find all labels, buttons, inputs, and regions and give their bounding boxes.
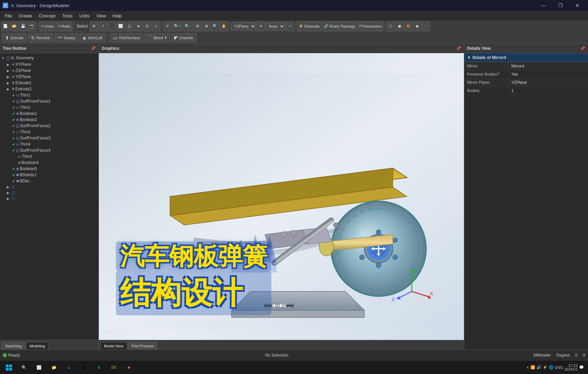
view-options[interactable]: ▣: [395, 21, 404, 31]
minimize-button[interactable]: —: [536, 0, 551, 11]
open-button[interactable]: 📂: [10, 21, 18, 31]
zoom-in-button[interactable]: 🔍+: [172, 21, 182, 31]
details-section-title: Details of Mirror4: [472, 55, 506, 60]
view3d-1[interactable]: ⬛: [108, 21, 116, 31]
tree-item-zxplane[interactable]: ▶ ✛ ZXPlane: [0, 68, 99, 74]
start-button[interactable]: [1, 362, 16, 373]
sff2-icon: ◱: [16, 124, 19, 128]
select-arrow-button[interactable]: ↗: [99, 21, 107, 31]
3d-model-view: Y Z X 100.00 (mm): [99, 53, 464, 349]
tree-item-surffromfaces4[interactable]: ✔ ◱ SurfFromFaces4: [0, 147, 99, 153]
sweep-button[interactable]: 〜 Sweep: [55, 33, 78, 42]
rotate-button[interactable]: ↺: [163, 21, 171, 31]
systray-chevron[interactable]: ∧: [526, 365, 529, 370]
new-button[interactable]: 📄: [1, 21, 10, 31]
details-pin-icon[interactable]: 📌: [580, 46, 585, 51]
check-icon-thin1: ✔: [12, 93, 15, 97]
parameters-button[interactable]: P Parameters: [358, 21, 383, 31]
menu-view[interactable]: View: [93, 12, 109, 20]
view3d-4[interactable]: ◈: [134, 21, 142, 31]
menu-file[interactable]: File: [1, 12, 15, 20]
view-ext[interactable]: ▷: [152, 21, 160, 31]
tree-item-boolean2[interactable]: ✔ ⊕ Boolean2: [0, 117, 99, 123]
redo-button[interactable]: ↪ Redo: [56, 21, 72, 31]
menu-help[interactable]: Help: [109, 12, 125, 20]
search-button[interactable]: 🔍: [16, 362, 31, 373]
select-mode-button[interactable]: ⊕: [90, 21, 98, 31]
tree-item-boolean1[interactable]: ✔ ⊕ Boolean1: [0, 110, 99, 117]
tree-item-bdelete1[interactable]: ✔ ✖ BDelete1: [0, 172, 99, 178]
tree-item-group2[interactable]: ▶ ⬡: [0, 190, 99, 196]
extrude-button[interactable]: ⬆ Extrude: [2, 33, 27, 42]
tree-item-geometry[interactable]: ▼ ⬡ A: Geometry: [0, 55, 99, 61]
tree-item-bdel[interactable]: ✔ ✖ BDel...: [0, 178, 99, 184]
extra-button[interactable]: ★: [121, 362, 136, 373]
tree-item-group1[interactable]: ▶ ⬡: [0, 184, 99, 190]
zoom-cursor-button[interactable]: 🔍: [211, 21, 219, 31]
tree-item-extrude1[interactable]: ▶ ⬆ Extrude1: [0, 80, 99, 86]
tree-item-thin3b[interactable]: ▭ Thin3: [0, 153, 99, 160]
tree-item-surffromfaces2[interactable]: ✔ ◱ SurfFromFaces2: [0, 123, 99, 129]
menu-tools[interactable]: Tools: [59, 12, 76, 20]
store-button[interactable]: 🛍: [76, 362, 91, 373]
new-sketch-button[interactable]: ✛: [257, 21, 265, 31]
screenshot-button[interactable]: 📷: [28, 21, 36, 31]
tree-item-boolean5[interactable]: ✔ ⊕ Boolean5: [0, 166, 99, 172]
sff3-label: SurfFromFaces3: [20, 136, 50, 140]
display-button[interactable]: ◉: [413, 21, 421, 31]
tab-model-view[interactable]: Model View: [100, 342, 127, 349]
save-button[interactable]: 💾: [19, 21, 27, 31]
ds-button[interactable]: DS: [106, 362, 121, 373]
tree-item-group3[interactable]: ▶ ⬡: [0, 196, 99, 201]
undo-button[interactable]: ↩ Undo: [39, 21, 55, 31]
tree-item-thin4[interactable]: ✔ ▭ Thin4: [0, 141, 99, 147]
more-button[interactable]: ⋯: [422, 21, 430, 31]
view3d-2[interactable]: ⬜: [117, 21, 125, 31]
pan-button[interactable]: ✋: [220, 21, 228, 31]
tree-item-thin1[interactable]: ✔ ▭ Thin1: [0, 92, 99, 98]
graphics-content[interactable]: Y Z X 100.00 (mm): [99, 53, 464, 349]
view-cube-button[interactable]: ⬡: [387, 21, 395, 31]
thin-surface-button[interactable]: ▭ Thin/Surface: [110, 33, 143, 42]
generate-button[interactable]: ⚡ Generate: [297, 21, 321, 31]
excel-button[interactable]: A: [91, 362, 106, 373]
task-view-button[interactable]: ⬜: [31, 362, 46, 373]
notification-icon[interactable]: 💬: [579, 365, 584, 370]
menu-concept[interactable]: Concept: [35, 12, 59, 20]
chamfer-button[interactable]: ◤ Chamfer: [171, 33, 197, 42]
tree-item-boolean4[interactable]: ⊕ Boolean4: [0, 160, 99, 166]
tree-item-extrude2[interactable]: ▶ ⬆ Extrude2: [0, 86, 99, 92]
graphics-pin-icon[interactable]: 📌: [456, 46, 461, 51]
skinloft-button[interactable]: ◈ Skin/Loft: [79, 33, 105, 42]
zoom-out-button[interactable]: 🔍-: [183, 21, 193, 31]
zoom-box-button[interactable]: ⊠: [202, 21, 210, 31]
revolve-button[interactable]: ↻ Revolve: [28, 33, 53, 42]
view3d-3[interactable]: ◱: [125, 21, 134, 31]
tab-print-preview[interactable]: Print Preview: [128, 342, 157, 349]
tree-item-yzplane[interactable]: ▶ ✛ YZPlane: [0, 74, 99, 80]
menu-create[interactable]: Create: [15, 12, 35, 20]
tab-sketching[interactable]: Sketching: [1, 342, 25, 349]
systray: ∧ 📶 🔊 ⚡ 🌐 ENG 17:22 2024/1/1 💬: [524, 363, 587, 371]
tree-item-xyplane[interactable]: ▶ ✛ XYPlane: [0, 61, 99, 68]
zoom-fit-button[interactable]: ⊞: [193, 21, 201, 31]
apply-button[interactable]: ✓: [286, 21, 294, 31]
menu-units[interactable]: Units: [76, 12, 93, 20]
light-button[interactable]: 🔆: [404, 21, 412, 31]
plane-select[interactable]: YZPlane XYPlane ZXPlane: [231, 22, 256, 30]
view3d-5[interactable]: ⊡: [143, 21, 151, 31]
share-topology-button[interactable]: 🔗 Share Topology: [322, 21, 357, 31]
maximize-button[interactable]: ❐: [553, 0, 568, 11]
tree-pin-icon[interactable]: 📌: [91, 46, 96, 51]
unit-millimeter: Millimeter: [533, 353, 551, 358]
none-select[interactable]: None: [266, 22, 285, 30]
blend-button[interactable]: ⌒ Blend ▾: [145, 33, 170, 42]
tab-modeling[interactable]: Modeling: [26, 342, 49, 349]
edge-button[interactable]: e: [61, 362, 76, 373]
file-explorer-button[interactable]: 📁: [46, 362, 61, 373]
tree-item-thin2[interactable]: ✔ ▭ Thin2: [0, 104, 99, 110]
tree-item-surffromfaces3[interactable]: ✔ ◱ SurfFromFaces3: [0, 135, 99, 141]
tree-item-surffromfaces1[interactable]: ✔ ◱ SurfFromFaces1: [0, 98, 99, 104]
tree-item-thin3[interactable]: ✔ ▭ Thin3: [0, 129, 99, 135]
close-button[interactable]: ✕: [570, 0, 585, 11]
